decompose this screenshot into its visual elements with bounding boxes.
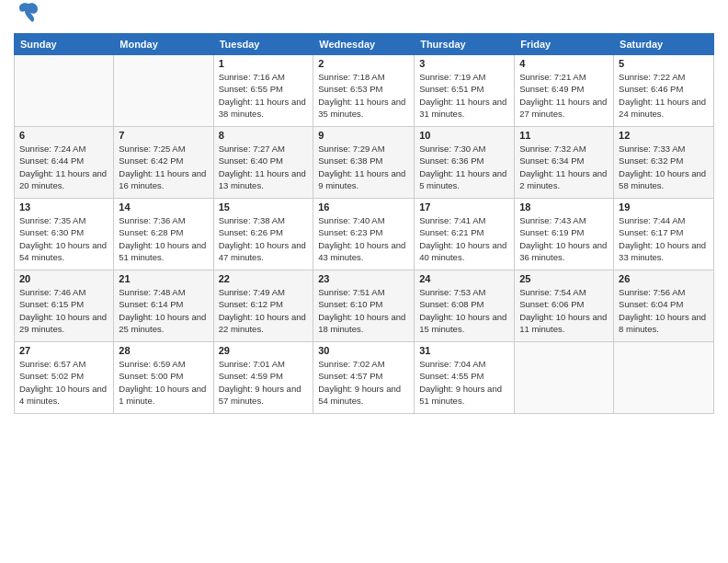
day-number: 18 [519,201,609,213]
calendar-cell: 9Sunrise: 7:29 AM Sunset: 6:38 PM Daylig… [313,127,415,199]
day-number: 30 [318,345,409,356]
logo [14,9,41,26]
calendar-cell: 7Sunrise: 7:25 AM Sunset: 6:42 PM Daylig… [114,127,213,199]
calendar-cell: 22Sunrise: 7:49 AM Sunset: 6:12 PM Dayli… [213,270,313,342]
day-number: 28 [119,345,208,356]
day-info: Sunrise: 7:56 AM Sunset: 6:04 PM Dayligh… [619,286,709,335]
calendar-cell: 17Sunrise: 7:41 AM Sunset: 6:21 PM Dayli… [415,199,515,270]
calendar-body: 1Sunrise: 7:16 AM Sunset: 6:55 PM Daylig… [15,55,714,414]
calendar-cell: 19Sunrise: 7:44 AM Sunset: 6:17 PM Dayli… [614,199,714,270]
day-info: Sunrise: 7:29 AM Sunset: 6:38 PM Dayligh… [318,143,409,191]
calendar-cell: 1Sunrise: 7:16 AM Sunset: 6:55 PM Daylig… [213,55,313,127]
header-thursday: Thursday [415,34,515,55]
day-number: 25 [519,273,609,284]
day-number: 11 [519,130,609,141]
calendar-cell: 18Sunrise: 7:43 AM Sunset: 6:19 PM Dayli… [515,199,614,270]
calendar-cell: 2Sunrise: 7:18 AM Sunset: 6:53 PM Daylig… [313,55,415,127]
calendar-cell: 8Sunrise: 7:27 AM Sunset: 6:40 PM Daylig… [213,127,313,199]
header-wednesday: Wednesday [313,34,415,55]
header-friday: Friday [515,34,614,55]
day-info: Sunrise: 7:49 AM Sunset: 6:12 PM Dayligh… [219,286,309,335]
day-info: Sunrise: 7:32 AM Sunset: 6:34 PM Dayligh… [519,143,609,191]
calendar-cell: 12Sunrise: 7:33 AM Sunset: 6:32 PM Dayli… [614,127,714,199]
day-info: Sunrise: 7:38 AM Sunset: 6:26 PM Dayligh… [219,214,309,263]
page-container: Sunday Monday Tuesday Wednesday Thursday… [0,0,728,423]
day-info: Sunrise: 7:33 AM Sunset: 6:32 PM Dayligh… [619,143,709,191]
day-info: Sunrise: 7:41 AM Sunset: 6:21 PM Dayligh… [419,214,509,263]
day-number: 1 [219,58,309,69]
calendar-cell: 26Sunrise: 7:56 AM Sunset: 6:04 PM Dayli… [614,270,714,342]
calendar-cell: 25Sunrise: 7:54 AM Sunset: 6:06 PM Dayli… [515,270,614,342]
day-number: 22 [219,273,309,284]
day-info: Sunrise: 7:24 AM Sunset: 6:44 PM Dayligh… [19,143,108,191]
calendar-cell: 20Sunrise: 7:46 AM Sunset: 6:15 PM Dayli… [15,270,114,342]
day-number: 3 [419,58,509,69]
day-info: Sunrise: 7:19 AM Sunset: 6:51 PM Dayligh… [419,71,509,120]
day-info: Sunrise: 6:59 AM Sunset: 5:00 PM Dayligh… [119,358,208,407]
day-info: Sunrise: 7:53 AM Sunset: 6:08 PM Dayligh… [419,286,509,335]
calendar-cell: 15Sunrise: 7:38 AM Sunset: 6:26 PM Dayli… [213,199,313,270]
day-info: Sunrise: 7:54 AM Sunset: 6:06 PM Dayligh… [519,286,609,335]
day-number: 27 [19,345,108,356]
day-info: Sunrise: 7:30 AM Sunset: 6:36 PM Dayligh… [419,143,509,191]
day-info: Sunrise: 7:18 AM Sunset: 6:53 PM Dayligh… [318,71,409,120]
day-number: 26 [619,273,709,284]
day-number: 29 [219,345,309,356]
calendar-cell: 14Sunrise: 7:36 AM Sunset: 6:28 PM Dayli… [114,199,213,270]
day-info: Sunrise: 7:21 AM Sunset: 6:49 PM Dayligh… [519,71,609,120]
calendar-cell: 3Sunrise: 7:19 AM Sunset: 6:51 PM Daylig… [415,55,515,127]
day-info: Sunrise: 7:04 AM Sunset: 4:55 PM Dayligh… [419,358,509,407]
day-info: Sunrise: 7:01 AM Sunset: 4:59 PM Dayligh… [219,358,309,407]
header-saturday: Saturday [614,34,714,55]
day-number: 6 [19,130,108,141]
calendar-cell: 6Sunrise: 7:24 AM Sunset: 6:44 PM Daylig… [15,127,114,199]
calendar-cell: 21Sunrise: 7:48 AM Sunset: 6:14 PM Dayli… [114,270,213,342]
day-number: 20 [19,273,108,284]
calendar-cell: 10Sunrise: 7:30 AM Sunset: 6:36 PM Dayli… [415,127,515,199]
day-number: 19 [619,201,709,213]
day-info: Sunrise: 7:16 AM Sunset: 6:55 PM Dayligh… [219,71,309,120]
calendar-cell: 27Sunrise: 6:57 AM Sunset: 5:02 PM Dayli… [15,342,114,414]
day-number: 17 [419,201,509,213]
day-info: Sunrise: 6:57 AM Sunset: 5:02 PM Dayligh… [19,358,108,407]
calendar-cell: 4Sunrise: 7:21 AM Sunset: 6:49 PM Daylig… [515,55,614,127]
day-info: Sunrise: 7:02 AM Sunset: 4:57 PM Dayligh… [318,358,409,407]
day-info: Sunrise: 7:51 AM Sunset: 6:10 PM Dayligh… [318,286,409,335]
day-info: Sunrise: 7:46 AM Sunset: 6:15 PM Dayligh… [19,286,108,335]
day-info: Sunrise: 7:22 AM Sunset: 6:46 PM Dayligh… [619,71,709,120]
header [14,9,714,26]
day-number: 23 [318,273,409,284]
calendar-cell: 28Sunrise: 6:59 AM Sunset: 5:00 PM Dayli… [114,342,213,414]
day-number: 13 [19,201,108,213]
day-number: 2 [318,58,409,69]
day-info: Sunrise: 7:36 AM Sunset: 6:28 PM Dayligh… [119,214,208,263]
calendar-cell: 11Sunrise: 7:32 AM Sunset: 6:34 PM Dayli… [515,127,614,199]
day-number: 9 [318,130,409,141]
calendar-table: Sunday Monday Tuesday Wednesday Thursday… [14,33,714,414]
calendar-cell: 29Sunrise: 7:01 AM Sunset: 4:59 PM Dayli… [213,342,313,414]
day-number: 7 [119,130,208,141]
calendar-cell [15,55,114,127]
calendar-cell: 16Sunrise: 7:40 AM Sunset: 6:23 PM Dayli… [313,199,415,270]
day-number: 5 [619,58,709,69]
day-number: 21 [119,273,208,284]
calendar-cell: 31Sunrise: 7:04 AM Sunset: 4:55 PM Dayli… [415,342,515,414]
header-tuesday: Tuesday [213,34,313,55]
day-number: 16 [318,201,409,213]
day-info: Sunrise: 7:25 AM Sunset: 6:42 PM Dayligh… [119,143,208,191]
weekday-header-row: Sunday Monday Tuesday Wednesday Thursday… [15,34,714,55]
day-number: 14 [119,201,208,213]
calendar-week-row: 1Sunrise: 7:16 AM Sunset: 6:55 PM Daylig… [15,55,714,127]
calendar-cell: 13Sunrise: 7:35 AM Sunset: 6:30 PM Dayli… [15,199,114,270]
calendar-week-row: 6Sunrise: 7:24 AM Sunset: 6:44 PM Daylig… [15,127,714,199]
calendar-cell: 23Sunrise: 7:51 AM Sunset: 6:10 PM Dayli… [313,270,415,342]
header-sunday: Sunday [15,34,114,55]
calendar-cell [114,55,213,127]
calendar-cell: 30Sunrise: 7:02 AM Sunset: 4:57 PM Dayli… [313,342,415,414]
day-info: Sunrise: 7:44 AM Sunset: 6:17 PM Dayligh… [619,214,709,263]
day-number: 4 [519,58,609,69]
day-info: Sunrise: 7:35 AM Sunset: 6:30 PM Dayligh… [19,214,108,263]
day-info: Sunrise: 7:43 AM Sunset: 6:19 PM Dayligh… [519,214,609,263]
calendar-cell [614,342,714,414]
calendar-week-row: 20Sunrise: 7:46 AM Sunset: 6:15 PM Dayli… [15,270,714,342]
